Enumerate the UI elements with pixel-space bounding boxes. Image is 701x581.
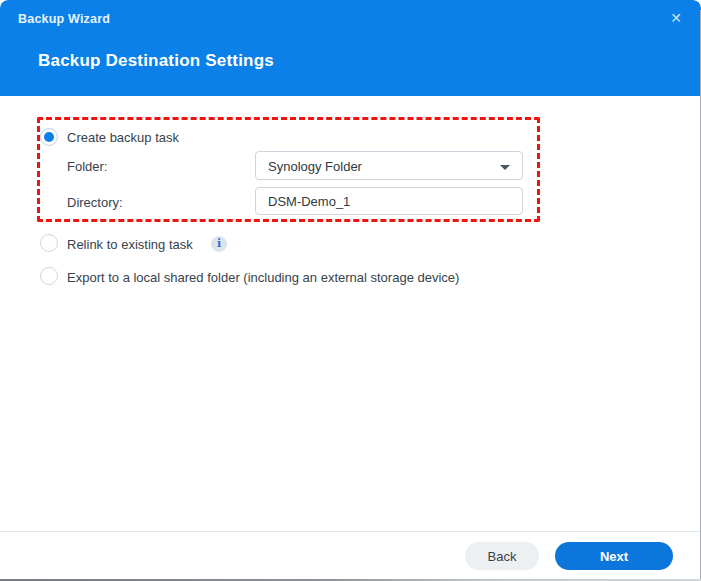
dialog-titlebar: Backup Wizard ✕ Backup Destination Setti… bbox=[0, 0, 701, 96]
chevron-down-icon bbox=[500, 165, 510, 170]
back-button[interactable]: Back bbox=[465, 542, 539, 570]
radio-export-local-folder[interactable] bbox=[40, 267, 58, 285]
folder-label: Folder: bbox=[67, 159, 107, 174]
directory-label: Directory: bbox=[67, 195, 123, 210]
directory-input[interactable] bbox=[255, 187, 523, 215]
radio-label-create-backup-task[interactable]: Create backup task bbox=[67, 130, 179, 145]
backup-wizard-dialog: Backup Wizard ✕ Backup Destination Setti… bbox=[0, 0, 701, 581]
info-icon[interactable]: i bbox=[211, 236, 227, 252]
radio-label-relink-existing-task[interactable]: Relink to existing task bbox=[67, 237, 193, 252]
folder-select[interactable]: Synology Folder bbox=[255, 151, 523, 180]
radio-label-export-local-folder[interactable]: Export to a local shared folder (includi… bbox=[67, 270, 459, 285]
radio-create-backup-task[interactable] bbox=[40, 128, 58, 146]
page-title: Backup Destination Settings bbox=[38, 51, 274, 71]
next-button[interactable]: Next bbox=[555, 542, 673, 570]
radio-relink-existing-task[interactable] bbox=[40, 234, 58, 252]
window-title: Backup Wizard bbox=[18, 12, 110, 26]
footer-divider bbox=[0, 531, 701, 532]
folder-select-value: Synology Folder bbox=[268, 159, 362, 174]
close-icon[interactable]: ✕ bbox=[666, 8, 686, 28]
